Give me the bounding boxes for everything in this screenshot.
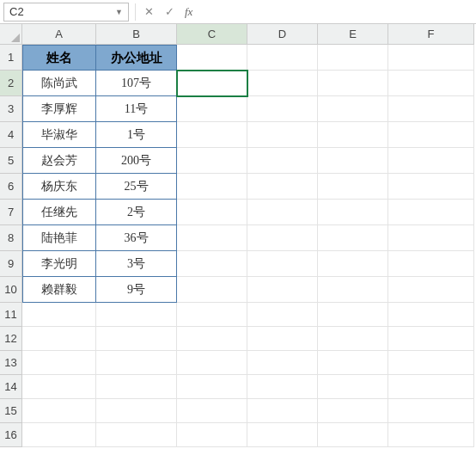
cell[interactable] [247, 277, 318, 303]
formula-input[interactable] [198, 3, 476, 22]
cell[interactable] [96, 423, 177, 447]
cell[interactable] [318, 96, 388, 122]
column-header-F[interactable]: F [388, 24, 474, 45]
row-header-14[interactable]: 14 [0, 375, 22, 399]
cell[interactable] [318, 200, 388, 225]
cell[interactable] [177, 303, 247, 327]
table-header-cell[interactable]: 姓名 [22, 45, 96, 71]
cell[interactable] [247, 303, 318, 327]
cell[interactable] [318, 423, 388, 447]
cell[interactable] [388, 71, 474, 96]
cell[interactable] [388, 423, 474, 447]
table-cell[interactable]: 36号 [96, 225, 177, 251]
cell[interactable] [388, 327, 474, 351]
cell[interactable] [177, 71, 247, 96]
cell[interactable] [318, 174, 388, 200]
table-cell[interactable]: 毕淑华 [22, 122, 96, 148]
table-cell[interactable]: 25号 [96, 174, 177, 200]
row-header-11[interactable]: 11 [0, 303, 22, 327]
cell[interactable] [388, 122, 474, 148]
cell[interactable] [388, 303, 474, 327]
cell[interactable] [177, 174, 247, 200]
row-header-12[interactable]: 12 [0, 327, 22, 351]
table-cell[interactable]: 赖群毅 [22, 277, 96, 303]
table-cell[interactable]: 李光明 [22, 251, 96, 277]
cell[interactable] [96, 351, 177, 375]
cell[interactable] [22, 375, 96, 399]
row-header-16[interactable]: 16 [0, 423, 22, 447]
cell[interactable] [388, 251, 474, 277]
cell[interactable] [388, 351, 474, 375]
table-cell[interactable]: 9号 [96, 277, 177, 303]
cell[interactable] [22, 303, 96, 327]
cell[interactable] [247, 96, 318, 122]
cell[interactable] [177, 45, 247, 71]
cell[interactable] [318, 225, 388, 251]
cell[interactable] [247, 399, 318, 423]
cell[interactable] [22, 423, 96, 447]
table-cell[interactable]: 任继先 [22, 200, 96, 225]
row-header-10[interactable]: 10 [0, 277, 22, 303]
cell[interactable] [177, 148, 247, 174]
row-header-6[interactable]: 6 [0, 174, 22, 200]
cell[interactable] [247, 225, 318, 251]
cell[interactable] [388, 45, 474, 71]
cell[interactable] [177, 200, 247, 225]
cell[interactable] [247, 423, 318, 447]
cell[interactable] [177, 122, 247, 148]
cell[interactable] [318, 351, 388, 375]
cell[interactable] [318, 277, 388, 303]
cell[interactable] [247, 200, 318, 225]
table-cell[interactable]: 李厚辉 [22, 96, 96, 122]
row-header-8[interactable]: 8 [0, 225, 22, 251]
cell[interactable] [318, 399, 388, 423]
cell[interactable] [96, 327, 177, 351]
row-header-9[interactable]: 9 [0, 251, 22, 277]
cell[interactable] [388, 225, 474, 251]
cell[interactable] [388, 148, 474, 174]
cell[interactable] [318, 303, 388, 327]
select-all-corner[interactable] [0, 24, 22, 45]
cell[interactable] [247, 251, 318, 277]
cell[interactable] [318, 327, 388, 351]
row-header-5[interactable]: 5 [0, 148, 22, 174]
cell[interactable] [318, 148, 388, 174]
table-cell[interactable]: 11号 [96, 96, 177, 122]
cell[interactable] [318, 45, 388, 71]
table-cell[interactable]: 107号 [96, 71, 177, 96]
row-header-4[interactable]: 4 [0, 122, 22, 148]
cell[interactable] [22, 399, 96, 423]
confirm-icon[interactable]: ✓ [159, 3, 180, 22]
table-cell[interactable]: 2号 [96, 200, 177, 225]
cell[interactable] [177, 351, 247, 375]
column-header-D[interactable]: D [247, 24, 318, 45]
row-header-1[interactable]: 1 [0, 45, 22, 71]
cell[interactable] [247, 327, 318, 351]
cell[interactable] [388, 277, 474, 303]
cell[interactable] [318, 251, 388, 277]
table-cell[interactable]: 陆艳菲 [22, 225, 96, 251]
cell[interactable] [177, 399, 247, 423]
chevron-down-icon[interactable]: ▼ [115, 8, 123, 16]
row-header-13[interactable]: 13 [0, 351, 22, 375]
cell[interactable] [247, 71, 318, 96]
column-header-B[interactable]: B [96, 24, 177, 45]
column-header-A[interactable]: A [22, 24, 96, 45]
cell[interactable] [177, 251, 247, 277]
table-cell[interactable]: 1号 [96, 122, 177, 148]
cell[interactable] [22, 351, 96, 375]
table-cell[interactable]: 杨庆东 [22, 174, 96, 200]
cell[interactable] [96, 375, 177, 399]
cell[interactable] [177, 225, 247, 251]
cell[interactable] [177, 375, 247, 399]
cell[interactable] [177, 327, 247, 351]
cell[interactable] [247, 375, 318, 399]
cell[interactable] [247, 45, 318, 71]
cell[interactable] [177, 423, 247, 447]
table-header-cell[interactable]: 办公地址 [96, 45, 177, 71]
cell[interactable] [318, 71, 388, 96]
cell[interactable] [388, 96, 474, 122]
name-box[interactable]: C2 ▼ [3, 3, 129, 22]
cell[interactable] [247, 122, 318, 148]
cell[interactable] [177, 277, 247, 303]
